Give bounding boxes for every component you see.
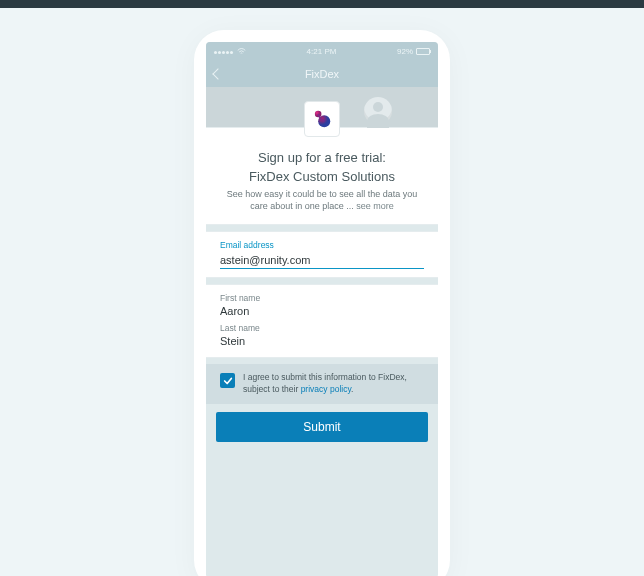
first-name-label: First name [220, 293, 424, 303]
page-title: Sign up for a free trial: [220, 150, 424, 165]
phone-screen: 4:21 PM 92% FixDex Sign up for a free tr… [206, 42, 438, 576]
email-label: Email address [220, 240, 424, 250]
intro-card: Sign up for a free trial: FixDex Custom … [206, 127, 438, 225]
fixdex-logo-icon [311, 108, 333, 130]
profile-banner [206, 87, 438, 127]
email-section: Email address [206, 231, 438, 278]
last-name-label: Last name [220, 323, 424, 333]
page-subtitle: FixDex Custom Solutions [220, 169, 424, 184]
email-input[interactable] [220, 252, 424, 269]
page-description: See how easy it could be to see all the … [220, 188, 424, 212]
status-bar: 4:21 PM 92% [206, 42, 438, 60]
consent-row: I agree to submit this information to Fi… [206, 364, 438, 404]
avatar [364, 97, 392, 125]
consent-suffix: . [351, 384, 353, 394]
see-more-link[interactable]: see more [356, 201, 394, 211]
phone-frame: 4:21 PM 92% FixDex Sign up for a free tr… [194, 30, 450, 576]
status-time: 4:21 PM [307, 47, 337, 56]
first-name-input[interactable]: Aaron [220, 303, 424, 319]
status-right: 92% [397, 47, 430, 56]
battery-icon [416, 48, 430, 55]
status-left [214, 47, 246, 56]
nav-bar: FixDex [206, 60, 438, 87]
consent-text: I agree to submit this information to Fi… [243, 372, 424, 396]
submit-button[interactable]: Submit [216, 412, 428, 442]
consent-checkbox[interactable] [220, 373, 235, 388]
battery-pct: 92% [397, 47, 413, 56]
name-section: First name Aaron Last name Stein [206, 284, 438, 358]
wifi-icon [237, 48, 246, 55]
last-name-input[interactable]: Stein [220, 333, 424, 349]
page-top-strip [0, 0, 644, 8]
privacy-policy-link[interactable]: privacy policy [301, 384, 351, 394]
checkmark-icon [223, 376, 233, 386]
nav-title: FixDex [305, 68, 339, 80]
signal-icon [214, 47, 234, 56]
app-icon [304, 101, 340, 137]
back-button[interactable] [212, 68, 223, 79]
